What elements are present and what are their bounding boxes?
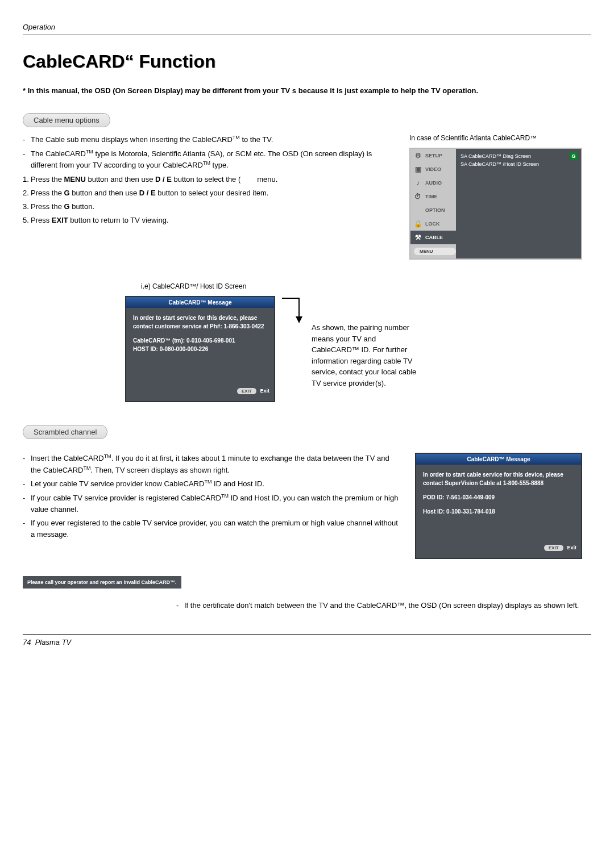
osd-label: VIDEO [425,166,441,172]
list-item: 1. Press the MENU button and then use D … [23,174,396,185]
osd-line[interactable]: SA CableCARD™ /Host ID Screen [460,160,576,168]
text: The CableCARD [31,149,86,158]
msg-text: In order to start cable service for this… [423,470,574,487]
cable-menu-osd-col: In case of Scientific Atlanta CableCARD™… [409,134,591,260]
text: button to select your desired item. [156,189,269,197]
g-indicator: G [570,152,578,160]
setup-icon: ⚙ [414,152,422,160]
osd-item-cable[interactable]: ⚒CABLE [410,231,456,244]
text: button to return to TV viewing. [68,216,169,224]
text: button and then use [70,189,139,197]
tm-mark: TM [233,135,240,140]
time-icon: ⏱ [414,193,422,201]
osd-label: TIME [425,194,438,199]
invalid-cablecard-strip: Please call your operator and report an … [23,576,181,589]
menu-button-label: MENU [64,175,86,183]
text: Press [31,216,52,224]
g-symbol: G [64,189,70,197]
product-name: Plasma TV [35,638,72,646]
text: Let your cable TV service provider know … [31,479,204,488]
host-id-example: i.e) CableCARD™/ Host ID Screen CableCAR… [125,282,591,402]
list-item: - If you ever registered to the cable TV… [23,518,401,540]
osd-item-audio[interactable]: ♪AUDIO [410,176,456,190]
list-item: - The Cable sub menu displays when inser… [23,134,396,145]
pairing-explanation: As shown, the pairing number means your … [312,322,425,389]
exit-button[interactable]: EXIT [237,388,256,394]
text: . Then, TV screen displays as shown righ… [91,466,230,474]
cable-icon: ⚒ [414,233,422,241]
scrambled-text: - Insert the CableCARDTM. If you do it a… [23,453,401,559]
list-item: - The CableCARDTM type is Motorola, Scie… [23,148,396,172]
msg-footer: EXIT Exit [126,387,274,397]
section-cable-menu-label: Cable menu options [23,113,110,127]
osd-line[interactable]: SA CableCARD™ Diag Screen [460,152,576,160]
msg-text: Host ID: 0-100-331-784-018 [423,507,574,516]
list-item: - Let your cable TV service provider kno… [23,478,401,490]
osd-disclaimer: * In this manual, the OSD (On Screen Dis… [23,86,591,96]
exit-label: Exit [567,545,576,550]
section-scrambled-label: Scrambled channel [23,425,107,439]
tm-mark: TM [204,479,211,485]
cable-menu-columns: - The Cable sub menu displays when inser… [23,134,591,260]
tm-mark: TM [203,160,210,166]
option-icon [414,206,422,214]
tm-mark: TM [221,493,229,499]
osd-menu-panel: ⚙SETUP ▣VIDEO ♪AUDIO ⏱TIME OPTION 🔒LOCK … [409,148,582,260]
tm-mark: TM [84,465,91,471]
list-item: 2. Press the G button and then use D / E… [23,187,396,199]
d-e-symbol: D / E [139,189,156,197]
osd-menu-pill[interactable]: MENU [414,248,456,255]
list-item: 5. Press EXIT button to return to TV vie… [23,215,396,226]
text: The Cable sub menu displays when inserti… [31,136,233,144]
tm-mark: TM [104,453,111,459]
osd-item-lock[interactable]: 🔒LOCK [410,217,456,231]
g-symbol: G [64,202,70,211]
osd-item-setup[interactable]: ⚙SETUP [410,149,456,162]
exit-label: Exit [260,388,269,394]
osd-label: LOCK [425,221,440,227]
d-e-symbol: D / E [155,175,172,183]
osd-item-option[interactable]: OPTION [410,203,456,217]
osd-label: AUDIO [425,180,442,186]
scrambled-message-box: CableCARD™ Message In order to start cab… [415,453,582,559]
tm-mark: TM [86,149,93,155]
text: button. [70,202,94,211]
text: Press the [31,189,64,197]
msg-header: CableCARD™ Message [126,297,274,308]
audio-icon: ♪ [414,179,422,187]
page-footer: 74 Plasma TV [23,634,591,646]
host-id-box-col: i.e) CableCARD™/ Host ID Screen CableCAR… [125,282,275,402]
msg-body: In order to start cable service for this… [416,465,581,544]
page-title: CableCARD“ Function [23,51,591,72]
text: menu. [257,175,277,183]
exit-button[interactable]: EXIT [544,545,563,551]
text: ID and Host ID. [211,479,264,488]
host-id-title: i.e) CableCARD™/ Host ID Screen [141,282,275,290]
arrow-icon [282,297,305,331]
video-icon: ▣ [414,165,422,173]
msg-body: In order to start service for this devic… [126,308,274,387]
osd-label: SETUP [425,153,442,158]
cable-menu-text: - The Cable sub menu displays when inser… [23,134,396,260]
msg-text: In order to start service for this devic… [133,314,267,331]
osd-item-video[interactable]: ▣VIDEO [410,162,456,176]
msg-footer: EXIT Exit [416,544,581,553]
list-item: - Insert the CableCARDTM. If you do it a… [23,453,401,476]
text: to the TV. [240,136,273,144]
msg-text: POD ID: 7-561-034-449-009 [423,493,574,502]
scrambled-msg-col: CableCARD™ Message In order to start cab… [415,453,591,559]
text: Press the [31,175,64,183]
text: button to select the ( [172,175,240,183]
invalid-caption-text: If the certificate don't match between t… [184,600,591,611]
osd-label: OPTION [425,207,445,213]
msg-text: CableCARD™ (tm): 0-010-405-698-001 [133,337,235,344]
text: Press the [31,202,64,211]
exit-button-label: EXIT [52,216,68,224]
invalid-caption: - If the certificate don't match between… [176,600,591,611]
page-header: Operation [23,23,591,35]
lock-icon: 🔒 [414,220,422,228]
msg-text: HOST ID: 0-080-000-000-226 [133,346,208,352]
invalid-row: Please call your operator and report an … [23,559,591,589]
text: If you ever registered to the cable TV s… [31,518,401,540]
osd-item-time[interactable]: ⏱TIME [410,190,456,203]
